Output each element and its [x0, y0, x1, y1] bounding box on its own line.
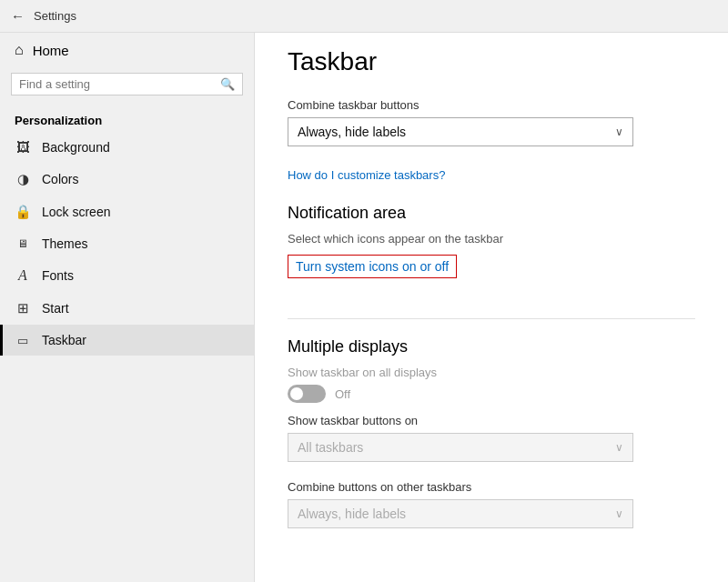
customize-link[interactable]: How do I customize taskbars? — [288, 168, 445, 182]
sidebar-item-start[interactable]: ⊞ Start — [0, 292, 254, 325]
show-all-displays-toggle-row: Off — [288, 385, 695, 403]
notification-sub-label: Select which icons appear on the taskbar — [288, 232, 695, 246]
sidebar-item-home[interactable]: ⌂ Home — [0, 33, 254, 67]
search-input[interactable] — [19, 77, 215, 91]
background-icon: 🖼 — [15, 139, 31, 155]
search-box: 🔍 — [11, 73, 243, 95]
page-title: Taskbar — [288, 47, 695, 76]
sidebar-item-taskbar[interactable]: ▭ Taskbar — [0, 325, 254, 356]
lock-icon: 🔒 — [15, 204, 31, 220]
show-all-displays-label: Show taskbar on all displays — [288, 366, 695, 379]
chevron-down-icon-2: ∨ — [615, 441, 623, 454]
show-taskbar-buttons-value: All taskbars — [298, 440, 363, 455]
section-title: Personalization — [0, 106, 254, 131]
sidebar-item-label: Themes — [42, 236, 88, 251]
home-icon: ⌂ — [15, 42, 24, 58]
combine-dropdown[interactable]: Always, hide labels ∨ — [288, 117, 633, 146]
back-button[interactable]: ← — [11, 8, 25, 24]
fonts-icon: A — [15, 267, 31, 284]
colors-icon: ◑ — [15, 171, 31, 187]
themes-icon: 🖥 — [15, 237, 31, 250]
home-label: Home — [33, 43, 69, 58]
sidebar-item-colors[interactable]: ◑ Colors — [0, 163, 254, 196]
toggle-off-label: Off — [335, 387, 350, 401]
taskbar-icon: ▭ — [15, 334, 31, 347]
show-taskbar-buttons-label: Show taskbar buttons on — [288, 414, 695, 427]
title-bar-text: Settings — [34, 9, 76, 23]
combine-other-dropdown[interactable]: Always, hide labels ∨ — [288, 499, 633, 528]
chevron-down-icon: ∨ — [615, 125, 623, 138]
toggle-knob — [290, 387, 303, 400]
combine-label: Combine taskbar buttons — [288, 98, 695, 112]
sidebar-item-background[interactable]: 🖼 Background — [0, 131, 254, 163]
sidebar-item-label: Colors — [42, 172, 78, 186]
sidebar-item-label: Start — [42, 301, 69, 316]
divider-1 — [288, 318, 695, 319]
sidebar-item-label: Fonts — [42, 268, 74, 283]
search-icon: 🔍 — [220, 77, 235, 91]
combine-value: Always, hide labels — [298, 125, 406, 139]
sidebar-item-fonts[interactable]: A Fonts — [0, 259, 254, 292]
show-all-displays-toggle[interactable] — [288, 385, 326, 403]
show-taskbar-buttons-dropdown[interactable]: All taskbars ∨ — [288, 433, 633, 462]
notification-area-heading: Notification area — [288, 204, 695, 223]
multiple-displays-heading: Multiple displays — [288, 337, 695, 356]
sidebar: ⌂ Home 🔍 Personalization 🖼 Background ◑ … — [0, 0, 255, 582]
sidebar-item-lock-screen[interactable]: 🔒 Lock screen — [0, 196, 254, 228]
main-content: Taskbar Combine taskbar buttons Always, … — [255, 0, 728, 582]
turn-system-icons-link[interactable]: Turn system icons on or off — [288, 255, 457, 278]
sidebar-item-label: Taskbar — [42, 333, 86, 347]
sidebar-item-label: Lock screen — [42, 205, 110, 219]
chevron-down-icon-3: ∨ — [615, 507, 623, 520]
sidebar-item-label: Background — [42, 140, 110, 155]
combine-other-value: Always, hide labels — [298, 507, 406, 521]
sidebar-item-themes[interactable]: 🖥 Themes — [0, 228, 254, 259]
combine-other-label: Combine buttons on other taskbars — [288, 480, 695, 494]
start-icon: ⊞ — [15, 300, 31, 316]
